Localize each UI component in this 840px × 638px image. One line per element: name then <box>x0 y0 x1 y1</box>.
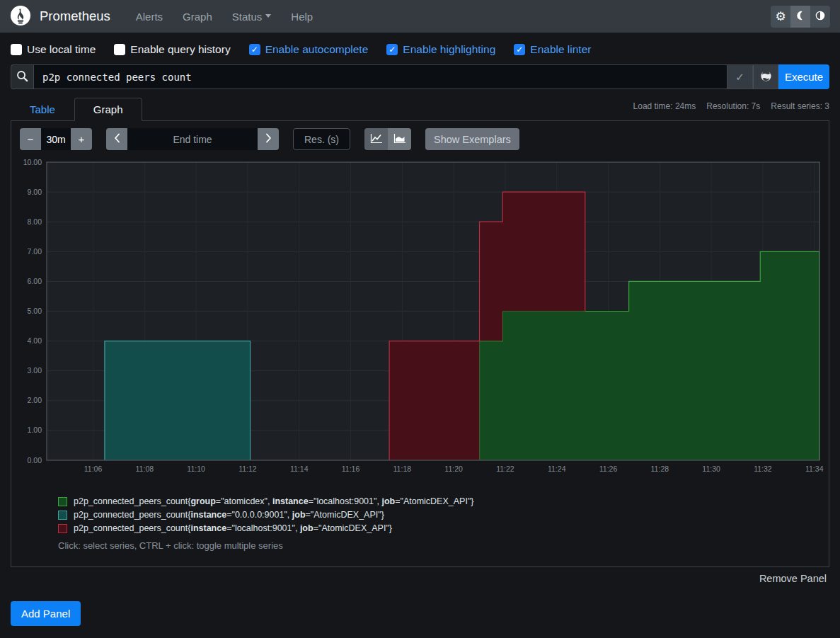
svg-text:1.00: 1.00 <box>28 426 42 434</box>
legend-item[interactable]: p2p_connected_peers_count{instance="loca… <box>58 523 823 533</box>
add-panel-button[interactable]: Add Panel <box>11 601 81 626</box>
svg-text:11:28: 11:28 <box>651 465 669 473</box>
svg-text:11:16: 11:16 <box>342 465 360 473</box>
theme-buttons-group: ⚙ <box>771 6 830 28</box>
option-label: Enable highlighting <box>403 43 495 56</box>
checkbox-query-history[interactable] <box>114 44 125 55</box>
svg-text:9.00: 9.00 <box>28 188 42 196</box>
back-time-button[interactable] <box>106 128 127 150</box>
result-tabs: Table Graph Load time: 24ms Resolution: … <box>0 89 840 121</box>
gear-icon: ⚙ <box>775 11 786 23</box>
prometheus-logo-icon <box>10 5 31 28</box>
option-label: Enable query history <box>130 43 230 56</box>
checkbox-highlighting[interactable]: ✓ <box>386 44 398 55</box>
svg-text:11:18: 11:18 <box>393 465 412 473</box>
svg-text:11:24: 11:24 <box>548 465 566 473</box>
end-time-input[interactable] <box>127 128 258 150</box>
svg-text:11:08: 11:08 <box>136 465 154 473</box>
navbar: Prometheus Alerts Graph Status Help ⚙ <box>0 0 840 33</box>
half-circle-icon <box>815 10 826 23</box>
search-icon <box>16 69 29 85</box>
svg-text:11:20: 11:20 <box>444 465 463 473</box>
option-label: Enable autocomplete <box>265 43 369 56</box>
settings-button[interactable]: ⚙ <box>771 6 790 28</box>
query-valid-indicator: ✓ <box>727 64 753 89</box>
tab-table[interactable]: Table <box>11 98 74 121</box>
graph-panel: − + Show Exemplars 0.001.002.003.004.005… <box>11 120 829 567</box>
nav-links: Alerts Graph Status Help <box>129 6 320 27</box>
svg-text:2.00: 2.00 <box>28 396 42 404</box>
forward-time-button[interactable] <box>258 128 279 150</box>
svg-text:0.00: 0.00 <box>28 456 42 465</box>
nav-item-status[interactable]: Status <box>225 6 279 27</box>
legend-item[interactable]: p2p_connected_peers_count{instance="0.0.… <box>58 510 823 520</box>
svg-text:11:32: 11:32 <box>754 465 772 473</box>
svg-text:11:30: 11:30 <box>702 465 720 473</box>
legend-series-name: p2p_connected_peers_count{instance="loca… <box>74 523 392 533</box>
legend-series-name: p2p_connected_peers_count{group="atomicd… <box>74 496 474 506</box>
end-time-stepper <box>106 128 279 150</box>
option-label: Use local time <box>27 43 96 56</box>
svg-text:5.00: 5.00 <box>28 307 42 315</box>
show-exemplars-button[interactable]: Show Exemplars <box>425 128 519 150</box>
svg-text:7.00: 7.00 <box>28 247 42 256</box>
increase-range-button[interactable]: + <box>71 128 92 150</box>
legend-item[interactable]: p2p_connected_peers_count{group="atomicd… <box>58 496 823 506</box>
execute-button[interactable]: Execute <box>778 64 829 89</box>
decrease-range-button[interactable]: − <box>20 128 41 150</box>
option-enable-highlighting[interactable]: ✓ Enable highlighting <box>386 43 495 56</box>
range-stepper: − + <box>20 128 92 150</box>
svg-text:11:22: 11:22 <box>496 465 514 473</box>
nav-item-alerts[interactable]: Alerts <box>129 6 170 27</box>
query-expression-input[interactable] <box>33 64 727 89</box>
option-enable-linter[interactable]: ✓ Enable linter <box>514 43 591 56</box>
svg-text:10.00: 10.00 <box>23 159 42 166</box>
stacked-chart-icon <box>393 133 406 146</box>
graph-canvas[interactable]: 0.001.002.003.004.005.006.007.008.009.00… <box>18 159 825 476</box>
range-input[interactable] <box>41 128 71 150</box>
graph-legend: p2p_connected_peers_count{group="atomicd… <box>58 496 823 533</box>
checkbox-autocomplete[interactable]: ✓ <box>249 44 260 55</box>
option-use-local-time[interactable]: Use local time <box>11 43 96 56</box>
metrics-explorer-button[interactable] <box>753 64 778 89</box>
option-enable-query-history[interactable]: Enable query history <box>114 43 230 56</box>
legend-series-name: p2p_connected_peers_count{instance="0.0.… <box>74 510 384 520</box>
line-chart-icon <box>370 133 383 146</box>
moon-icon <box>795 10 806 23</box>
nav-item-graph[interactable]: Graph <box>176 6 219 27</box>
checkbox-linter[interactable]: ✓ <box>514 44 525 55</box>
line-graph-button[interactable] <box>364 128 388 150</box>
svg-text:11:06: 11:06 <box>84 465 103 473</box>
resolution-input[interactable] <box>293 128 350 150</box>
result-series-stat: Result series: 3 <box>771 101 829 111</box>
prometheus-brand[interactable]: Prometheus <box>10 5 110 28</box>
svg-text:11:12: 11:12 <box>238 465 257 473</box>
svg-text:11:26: 11:26 <box>599 465 618 473</box>
search-addon <box>11 64 33 89</box>
resolution-stat: Resolution: 7s <box>706 101 760 111</box>
graph-controls: − + Show Exemplars <box>20 128 823 150</box>
chevron-left-icon <box>114 133 120 145</box>
svg-text:11:10: 11:10 <box>187 465 205 473</box>
chevron-right-icon <box>265 133 272 145</box>
query-stats: Load time: 24ms Resolution: 7s Result se… <box>633 101 829 121</box>
svg-text:8.00: 8.00 <box>28 217 42 226</box>
stacked-graph-button[interactable] <box>388 128 411 150</box>
remove-panel-row: Remove Panel <box>0 567 840 584</box>
svg-text:11:34: 11:34 <box>805 465 824 473</box>
brand-title: Prometheus <box>40 8 110 24</box>
chevron-down-icon <box>265 14 271 21</box>
svg-text:11:14: 11:14 <box>290 465 309 473</box>
load-time-stat: Load time: 24ms <box>633 101 696 111</box>
option-enable-autocomplete[interactable]: ✓ Enable autocomplete <box>249 43 369 56</box>
option-label: Enable linter <box>530 43 591 56</box>
auto-theme-button[interactable] <box>810 6 830 28</box>
check-icon: ✓ <box>735 71 744 84</box>
tab-graph[interactable]: Graph <box>74 98 142 121</box>
legend-swatch-red <box>58 524 67 533</box>
checkbox-use-local-time[interactable] <box>11 44 22 55</box>
remove-panel-link[interactable]: Remove Panel <box>759 573 827 584</box>
nav-item-help[interactable]: Help <box>284 6 320 27</box>
globe-icon <box>759 69 773 85</box>
dark-theme-button[interactable] <box>790 6 810 28</box>
